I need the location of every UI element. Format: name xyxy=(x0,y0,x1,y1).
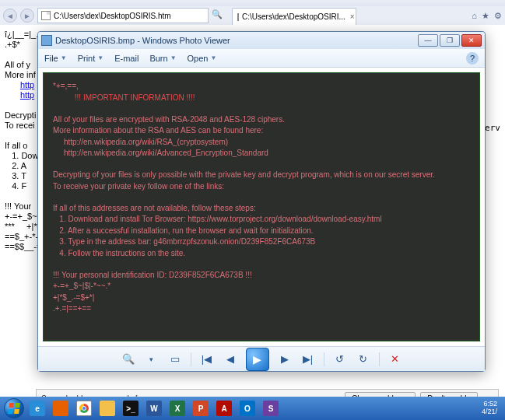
link[interactable]: http xyxy=(20,90,34,100)
window-title: DesktopOSIRIS.bmp - Windows Photo Viewer xyxy=(55,36,416,45)
home-icon[interactable]: ⌂ xyxy=(472,11,477,21)
taskbar-chrome-icon[interactable] xyxy=(73,399,95,418)
menu-print[interactable]: Print▼ xyxy=(78,54,104,63)
ie-titlebar xyxy=(0,0,505,6)
browser-tab[interactable]: C:\Users\dex\DesktopOSIRI... × xyxy=(232,8,356,25)
close-tab-icon[interactable]: × xyxy=(350,12,355,21)
rotate-right-icon[interactable]: ↻ xyxy=(356,352,371,367)
taskbar: e >_ W X P A O S 6:52 4/21/ xyxy=(0,397,505,420)
zoom-dropdown-icon[interactable]: ▾ xyxy=(144,352,160,367)
slideshow-button[interactable]: ▶ xyxy=(246,348,269,371)
delete-icon[interactable]: ✕ xyxy=(388,352,403,367)
help-button[interactable]: ? xyxy=(466,52,479,65)
prev-icon[interactable]: ◀ xyxy=(223,352,238,367)
fit-icon[interactable]: ▭ xyxy=(167,352,183,367)
address-bar[interactable]: C:\Users\dex\DesktopOSIRIS.htm xyxy=(37,8,209,23)
zoom-icon[interactable]: 🔍 xyxy=(121,352,136,367)
app-icon xyxy=(41,35,52,46)
link[interactable]: http xyxy=(20,80,34,89)
close-button[interactable]: ✕ xyxy=(461,34,482,47)
maximize-button[interactable]: ❐ xyxy=(440,34,460,47)
pv-image-area: *+=,==, !!! IMPORTANT INFORMATION !!!! A… xyxy=(38,68,485,346)
first-icon[interactable]: |◀ xyxy=(199,352,215,367)
taskbar-adobe-icon[interactable]: A xyxy=(213,399,235,418)
taskbar-powerpoint-icon[interactable]: P xyxy=(190,399,212,418)
forward-button[interactable]: ► xyxy=(20,9,34,23)
rotate-left-icon[interactable]: ↺ xyxy=(332,352,348,367)
favorites-icon[interactable]: ★ xyxy=(482,11,489,21)
next-icon[interactable]: ▶ xyxy=(277,352,293,367)
separator xyxy=(324,352,324,366)
separator xyxy=(379,352,380,366)
pv-titlebar[interactable]: DesktopOSIRIS.bmp - Windows Photo Viewer… xyxy=(38,32,485,49)
menu-email[interactable]: E-mail xyxy=(114,54,139,63)
photo-viewer-window: DesktopOSIRIS.bmp - Windows Photo Viewer… xyxy=(37,31,486,372)
taskbar-cmd-icon[interactable]: >_ xyxy=(120,399,142,418)
minimize-button[interactable]: — xyxy=(418,34,438,47)
back-button[interactable]: ◄ xyxy=(3,9,17,23)
last-icon[interactable]: ▶| xyxy=(300,352,316,367)
page-icon xyxy=(41,11,51,20)
menu-file[interactable]: File▼ xyxy=(44,54,67,63)
tab-title: C:\Users\dex\DesktopOSIRI... xyxy=(242,12,345,21)
pv-controls: 🔍 ▾ ▭ |◀ ◀ ▶ ▶ ▶| ↺ ↻ ✕ xyxy=(38,346,485,371)
menu-burn[interactable]: Burn▼ xyxy=(149,54,176,63)
taskbar-excel-icon[interactable]: X xyxy=(167,399,188,418)
system-tray[interactable]: 6:52 4/21/ xyxy=(477,401,502,416)
page-icon xyxy=(237,13,239,21)
separator xyxy=(191,352,191,366)
start-button[interactable] xyxy=(3,399,25,418)
search-icon[interactable]: 🔍 xyxy=(212,9,224,22)
clock-date: 4/21/ xyxy=(482,408,497,416)
taskbar-app-icon[interactable]: S xyxy=(260,399,282,418)
ransom-note-image: *+=,==, !!! IMPORTANT INFORMATION !!!! A… xyxy=(43,72,480,341)
pv-toolbar: File▼ Print▼ E-mail Burn▼ Open▼ ? xyxy=(38,49,485,68)
address-text: C:\Users\dex\DesktopOSIRIS.htm xyxy=(54,12,171,20)
taskbar-outlook-icon[interactable]: O xyxy=(237,399,258,418)
taskbar-firefox-icon[interactable] xyxy=(50,399,72,418)
taskbar-ie-icon[interactable]: e xyxy=(26,399,48,418)
menu-open[interactable]: Open▼ xyxy=(188,54,217,63)
taskbar-word-icon[interactable]: W xyxy=(143,399,165,418)
ie-navbar: ◄ ► C:\Users\dex\DesktopOSIRIS.htm 🔍 C:\… xyxy=(0,6,505,25)
tools-icon[interactable]: ⚙ xyxy=(494,11,502,21)
taskbar-explorer-icon[interactable] xyxy=(96,399,118,418)
